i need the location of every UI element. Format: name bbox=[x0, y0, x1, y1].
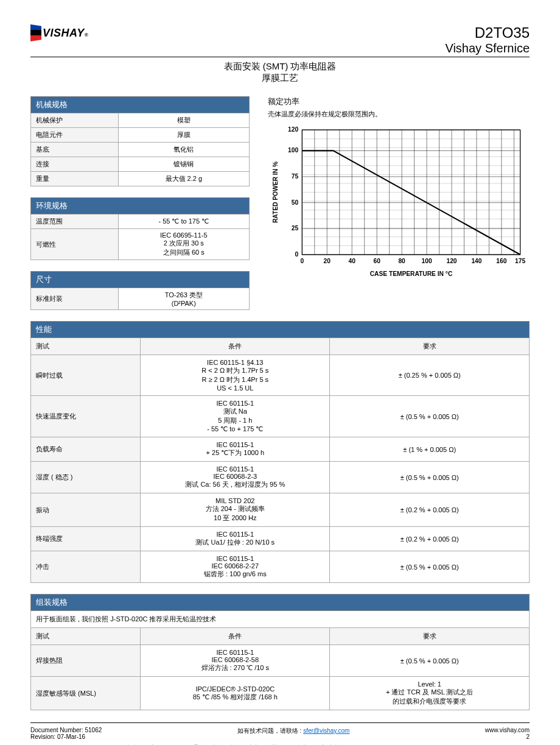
svg-text:75: 75 bbox=[292, 173, 299, 180]
table-row-value: TO-263 类型(D²PAK) bbox=[118, 288, 249, 310]
dimensions-table: 尺寸 标准封装TO-263 类型(D²PAK) bbox=[30, 271, 250, 310]
rev-label: Revision: bbox=[30, 733, 55, 740]
svg-text:175: 175 bbox=[515, 258, 525, 264]
svg-text:20: 20 bbox=[324, 258, 331, 264]
svg-text:CASE TEMPERATURE IN °C: CASE TEMPERATURE IN °C bbox=[370, 270, 453, 277]
svg-text:80: 80 bbox=[398, 258, 405, 264]
rated-power-title: 额定功率 bbox=[268, 96, 530, 107]
table-row-label: 电阻元件 bbox=[31, 128, 119, 143]
svg-text:60: 60 bbox=[373, 258, 380, 264]
title-line2: 厚膜工艺 bbox=[30, 72, 530, 84]
derating-chart: 0204060801001201401601750255075100120CAS… bbox=[268, 124, 530, 280]
svg-text:160: 160 bbox=[496, 258, 506, 264]
svg-text:120: 120 bbox=[446, 258, 457, 264]
mechanical-spec-table: 机械规格 机械保护模塑电阻元件厚膜基底氧化铝连接镀锡铜重量最大值 2.2 g bbox=[30, 96, 250, 186]
footer-page: 2 bbox=[526, 733, 530, 740]
svg-text:50: 50 bbox=[292, 199, 299, 206]
table-row-test: 负载寿命 bbox=[31, 437, 141, 462]
svg-text:120: 120 bbox=[288, 126, 298, 133]
svg-text:140: 140 bbox=[471, 258, 481, 264]
assembly-col-cond: 条件 bbox=[141, 628, 330, 645]
footer-mid: 如有技术问题，请联络 : sfer@vishay.com bbox=[237, 727, 349, 740]
table-row-value: 氧化铝 bbox=[118, 143, 249, 157]
table-row-label: 温度范围 bbox=[31, 214, 119, 229]
table-row-label: 机械保护 bbox=[31, 113, 119, 128]
brand-name: Vishay Sfernice bbox=[445, 41, 530, 55]
table-row-value: - 55 ℃ to 175 ℃ bbox=[118, 214, 249, 229]
table-row-label: 标准封装 bbox=[31, 288, 119, 310]
table-row-test: 冲击 bbox=[31, 551, 141, 583]
logo-text: VISHAY® bbox=[43, 27, 88, 40]
table-row-cond: IEC 60115-1IEC 60068-2-58焊浴方法 : 270 ℃ /1… bbox=[141, 645, 330, 677]
svg-text:0: 0 bbox=[300, 258, 304, 264]
table-row-test: 振动 bbox=[31, 493, 141, 527]
table-row-req: ± (0.5 % + 0.005 Ω) bbox=[330, 396, 530, 437]
table-row-value: 模塑 bbox=[118, 113, 249, 128]
performance-table: 性能 测试 条件 要求 瞬时过载IEC 60115-1 §4.13R < 2 Ω… bbox=[30, 321, 530, 583]
footer: Document Number: 51062 Revision: 07-Mar-… bbox=[30, 722, 530, 740]
mech-title: 机械规格 bbox=[31, 97, 250, 113]
table-row-cond: IEC 60115-1测试 Na5 周期 - 1 h- 55 ℃ to + 17… bbox=[141, 396, 330, 437]
footer-site: www.vishay.com bbox=[485, 727, 530, 733]
header-right: D2TO35 Vishay Sfernice bbox=[445, 24, 530, 55]
table-row-label: 连接 bbox=[31, 157, 119, 172]
rev: 07-Mar-16 bbox=[57, 733, 85, 740]
dim-title: 尺寸 bbox=[31, 272, 250, 288]
table-row-value: 最大值 2.2 g bbox=[118, 172, 249, 186]
assembly-title: 组装规格 bbox=[31, 595, 530, 611]
table-row-req: ± (1 % + 0.005 Ω) bbox=[330, 437, 530, 462]
table-row-test: 湿度 ( 稳态 ) bbox=[31, 462, 141, 493]
table-row-req: Level: 1+ 通过 TCR 及 MSL 测试之后的过载和介电强度等要求 bbox=[330, 677, 530, 710]
title-line1: 表面安装 (SMT) 功率电阻器 bbox=[30, 61, 530, 72]
table-row-value: IEC 60695-11-52 次应用 30 s之间间隔 60 s bbox=[118, 229, 249, 260]
table-row-label: 重量 bbox=[31, 172, 119, 186]
table-row-cond: IEC 60115-1 §4.13R < 2 Ω 时为 1.7Pr 5 sR ≥… bbox=[141, 355, 330, 396]
contact-prefix: 如有技术问题，请联络 : bbox=[237, 727, 302, 734]
table-row-value: 厚膜 bbox=[118, 128, 249, 143]
page-title: 表面安装 (SMT) 功率电阻器 厚膜工艺 bbox=[30, 61, 530, 84]
svg-text:RATED POWER IN %: RATED POWER IN % bbox=[272, 161, 279, 223]
assembly-col-test: 测试 bbox=[31, 628, 141, 645]
table-row-req: ± (0.2 % + 0.005 Ω) bbox=[330, 493, 530, 527]
svg-text:40: 40 bbox=[349, 258, 356, 264]
table-row-req: ± (0.5 % + 0.005 Ω) bbox=[330, 551, 530, 583]
svg-text:100: 100 bbox=[422, 258, 432, 264]
vishay-logo: VISHAY® bbox=[30, 24, 88, 41]
assembly-table: 组装规格 用于板面组装 , 我们按照 J-STD-020C 推荐采用无铅温控技术… bbox=[30, 594, 530, 710]
table-row-test: 快速温度变化 bbox=[31, 396, 141, 437]
env-title: 环境规格 bbox=[31, 198, 250, 214]
table-row-value: 镀锡铜 bbox=[118, 157, 249, 172]
table-row-label: 可燃性 bbox=[31, 229, 119, 260]
table-row-label: 基底 bbox=[31, 143, 119, 157]
perf-col-test: 测试 bbox=[31, 338, 141, 355]
table-row-cond: IEC 60115-1测试 Ua1/ 拉伸 : 20 N/10 s bbox=[141, 527, 330, 551]
product-code: D2TO35 bbox=[445, 24, 530, 41]
footer-right: www.vishay.com 2 bbox=[485, 727, 530, 740]
table-row-req: ± (0.2 % + 0.005 Ω) bbox=[330, 527, 530, 551]
perf-col-cond: 条件 bbox=[141, 338, 330, 355]
rated-power-sub: 壳体温度必须保持在规定极限范围内。 bbox=[268, 110, 530, 119]
table-row-cond: IEC 60115-1IEC 60068-2-27锯齿形 : 100 gn/6 … bbox=[141, 551, 330, 583]
table-row-cond: IEC 60115-1IEC 60068-2-3测试 Ca: 56 天 , 相对… bbox=[141, 462, 330, 493]
logo-flag-icon bbox=[30, 24, 41, 41]
table-row-cond: IEC 60115-1+ 25 ℃下为 1000 h bbox=[141, 437, 330, 462]
assembly-note: 用于板面组装 , 我们按照 J-STD-020C 推荐采用无铅温控技术 bbox=[31, 611, 530, 628]
environmental-spec-table: 环境规格 温度范围- 55 ℃ to 175 ℃可燃性IEC 60695-11-… bbox=[30, 197, 250, 260]
perf-title: 性能 bbox=[31, 322, 530, 338]
docnum-label: Document Number: bbox=[30, 727, 83, 733]
svg-text:100: 100 bbox=[288, 147, 298, 154]
table-row-req: ± (0.5 % + 0.005 Ω) bbox=[330, 645, 530, 677]
table-row-test: 瞬时过载 bbox=[31, 355, 141, 396]
table-row-req: ± (0.25 % + 0.005 Ω) bbox=[330, 355, 530, 396]
svg-text:25: 25 bbox=[292, 225, 299, 231]
perf-col-req: 要求 bbox=[330, 338, 530, 355]
table-row-test: 终端强度 bbox=[31, 527, 141, 551]
table-row-cond: MIL STD 202方法 204 - 测试频率10 至 2000 Hz bbox=[141, 493, 330, 527]
table-row-test: 焊接热阻 bbox=[31, 645, 141, 677]
page-header: VISHAY® D2TO35 Vishay Sfernice bbox=[30, 24, 530, 57]
contact-email-link[interactable]: sfer@vishay.com bbox=[303, 727, 349, 734]
footer-left: Document Number: 51062 Revision: 07-Mar-… bbox=[30, 727, 102, 740]
table-row-test: 湿度敏感等级 (MSL) bbox=[31, 677, 141, 710]
table-row-cond: IPC/JEDEC® J-STD-020C85 ℃ /85 % 相对湿度 /16… bbox=[141, 677, 330, 710]
table-row-req: ± (0.5 % + 0.005 Ω) bbox=[330, 462, 530, 493]
